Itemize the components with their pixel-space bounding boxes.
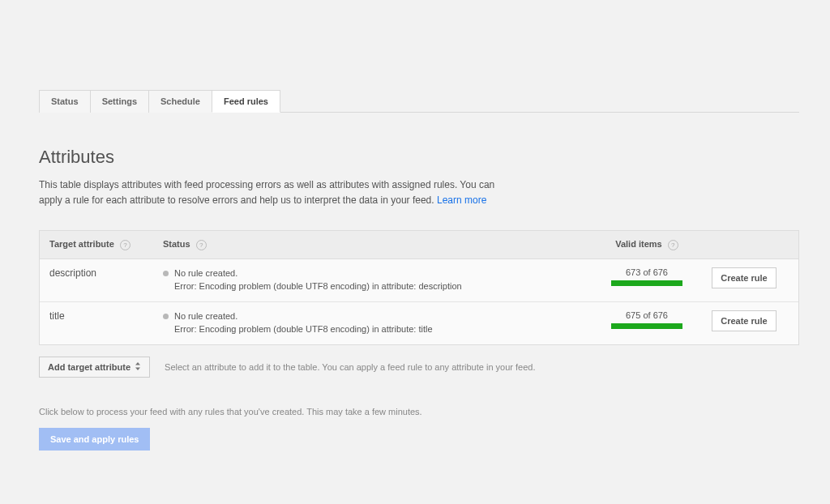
table-row: description No rule created. Error: Enco… <box>40 259 798 302</box>
valid-count: 675 of 676 <box>626 310 668 320</box>
status-line-1: No rule created. <box>174 311 237 321</box>
page-title: Attributes <box>39 147 799 168</box>
header-target-attribute-label: Target attribute <box>49 239 114 249</box>
attributes-table: Target attribute ? Status ? Valid items … <box>39 230 799 345</box>
header-target-attribute: Target attribute ? <box>49 239 163 250</box>
row-attribute: description <box>49 267 163 279</box>
valid-progress-bar <box>611 280 682 286</box>
create-rule-button[interactable]: Create rule <box>712 310 776 331</box>
tab-schedule[interactable]: Schedule <box>148 90 212 113</box>
table-header: Target attribute ? Status ? Valid items … <box>40 231 798 259</box>
status-line-2: Error: Encoding problem (double UTF8 enc… <box>174 281 462 291</box>
tab-bar: Status Settings Schedule Feed rules <box>39 89 799 113</box>
tab-status[interactable]: Status <box>39 90 91 113</box>
sort-icon <box>135 362 141 372</box>
valid-count: 673 of 676 <box>626 267 668 277</box>
row-valid-items: 675 of 676 <box>594 310 700 329</box>
page-description: This table displays attributes with feed… <box>39 177 541 207</box>
status-text: No rule created. Error: Encoding problem… <box>174 310 433 336</box>
help-icon[interactable]: ? <box>120 240 130 250</box>
process-instruction: Click below to process your feed with an… <box>39 407 799 416</box>
add-attribute-row: Add target attribute Select an attribute… <box>39 357 799 378</box>
add-button-label: Add target attribute <box>48 362 130 372</box>
description-line-2: apply a rule for each attribute to resol… <box>39 194 434 206</box>
row-action: Create rule <box>700 267 789 288</box>
header-valid-items-label: Valid items <box>615 239 661 249</box>
header-status: Status ? <box>163 239 594 250</box>
row-action: Create rule <box>700 310 789 331</box>
add-target-attribute-button[interactable]: Add target attribute <box>39 357 150 378</box>
tab-feed-rules[interactable]: Feed rules <box>212 90 280 113</box>
header-valid-items: Valid items ? <box>594 239 700 250</box>
add-attribute-help: Select an attribute to add it to the tab… <box>165 362 535 372</box>
header-status-label: Status <box>163 239 190 249</box>
status-line-1: No rule created. <box>174 268 237 278</box>
save-and-apply-button[interactable]: Save and apply rules <box>39 428 150 451</box>
row-status: No rule created. Error: Encoding problem… <box>163 310 594 336</box>
valid-progress-bar <box>611 323 682 329</box>
row-status: No rule created. Error: Encoding problem… <box>163 267 594 293</box>
row-attribute: title <box>49 310 163 322</box>
learn-more-link[interactable]: Learn more <box>437 194 486 206</box>
help-icon[interactable]: ? <box>196 240 207 250</box>
table-row: title No rule created. Error: Encoding p… <box>40 302 798 344</box>
create-rule-button[interactable]: Create rule <box>712 267 776 288</box>
row-valid-items: 673 of 676 <box>594 267 700 286</box>
help-icon[interactable]: ? <box>668 240 678 250</box>
description-line-1: This table displays attributes with feed… <box>39 179 494 190</box>
status-text: No rule created. Error: Encoding problem… <box>174 267 462 293</box>
status-dot-icon <box>163 271 169 276</box>
status-line-2: Error: Encoding problem (double UTF8 enc… <box>174 324 433 334</box>
tab-settings[interactable]: Settings <box>90 90 149 113</box>
status-dot-icon <box>163 314 169 319</box>
